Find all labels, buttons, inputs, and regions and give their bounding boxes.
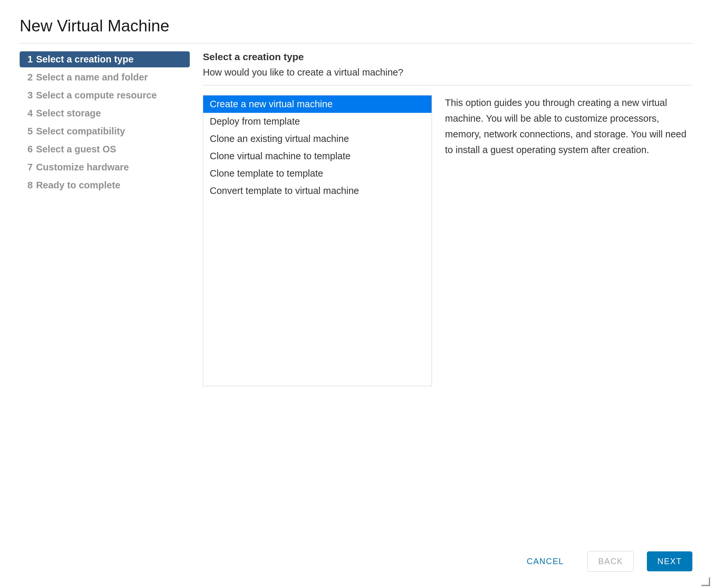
option-convert-template-to-vm[interactable]: Convert template to virtual machine [203,182,432,200]
next-button[interactable]: NEXT [647,551,692,571]
step-select-guest-os: 6 Select a guest OS [20,141,190,157]
step-label: Select a creation type [36,54,134,65]
new-vm-dialog: New Virtual Machine 1 Select a creation … [0,0,712,588]
option-clone-existing-vm[interactable]: Clone an existing virtual machine [203,130,432,147]
step-ready-to-complete: 8 Ready to complete [20,177,190,193]
cancel-button[interactable]: CANCEL [516,551,574,571]
step-label: Select storage [36,108,101,119]
step-label: Ready to complete [36,180,120,191]
divider [203,85,692,85]
step-number: 1 [27,54,33,65]
option-clone-template-to-template[interactable]: Clone template to template [203,165,432,182]
wizard-main-panel: Select a creation type How would you lik… [203,51,692,386]
step-number: 4 [27,108,33,119]
step-select-storage: 4 Select storage [20,105,190,121]
step-number: 5 [27,126,33,137]
step-number: 2 [27,72,33,83]
wizard-steps-sidebar: 1 Select a creation type 2 Select a name… [20,51,190,386]
step-customize-hardware: 7 Customize hardware [20,159,190,175]
creation-type-panels: Create a new virtual machine Deploy from… [203,95,692,386]
option-deploy-from-template[interactable]: Deploy from template [203,113,432,130]
step-label: Select a guest OS [36,144,116,155]
dialog-footer: CANCEL BACK NEXT [516,551,692,572]
back-button: BACK [587,551,634,572]
divider [20,43,692,43]
option-description: This option guides you through creating … [445,95,692,386]
resize-grip-icon[interactable] [701,577,710,586]
step-number: 6 [27,144,33,155]
option-create-new-vm[interactable]: Create a new virtual machine [203,96,432,113]
step-label: Customize hardware [36,162,129,173]
step-select-name-folder: 2 Select a name and folder [20,69,190,85]
option-clone-vm-to-template[interactable]: Clone virtual machine to template [203,147,432,165]
step-select-creation-type[interactable]: 1 Select a creation type [20,51,190,67]
section-subtitle: How would you like to create a virtual m… [203,67,692,78]
step-label: Select a compute resource [36,90,157,101]
step-number: 8 [27,180,33,191]
creation-type-list[interactable]: Create a new virtual machine Deploy from… [203,95,432,386]
step-select-compute-resource: 3 Select a compute resource [20,87,190,103]
step-select-compatibility: 5 Select compatibility [20,123,190,139]
dialog-title: New Virtual Machine [20,16,692,35]
step-number: 7 [27,162,33,173]
step-number: 3 [27,90,33,101]
section-title: Select a creation type [203,51,692,62]
step-label: Select a name and folder [36,72,148,83]
step-label: Select compatibility [36,126,125,137]
dialog-content: 1 Select a creation type 2 Select a name… [20,51,692,386]
